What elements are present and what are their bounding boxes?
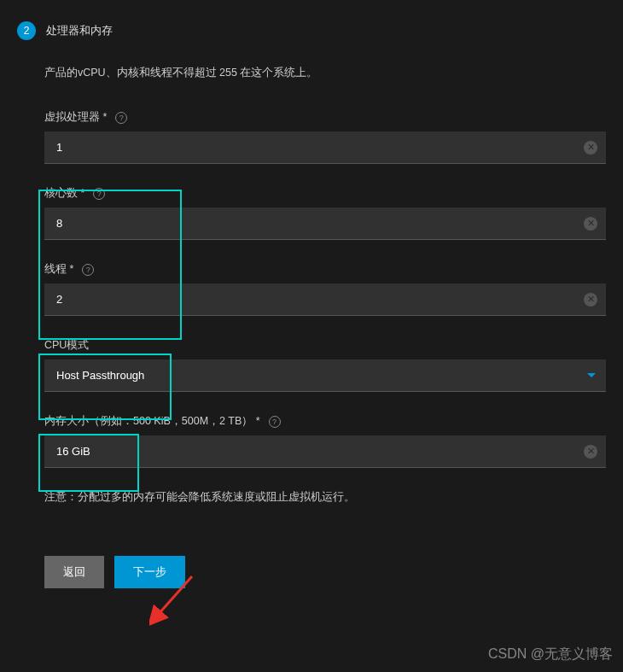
cpu-mode-select[interactable]: Host Passthrough [44, 359, 606, 392]
cores-label: 核心数 * [44, 186, 84, 201]
back-button[interactable]: 返回 [44, 556, 104, 588]
field-memory: 内存大小（例如：500 KiB，500M，2 TB） * ? ✕ [44, 414, 606, 468]
cpu-mode-label: CPU模式 [44, 338, 89, 353]
step-number-badge: 2 [17, 21, 36, 40]
memory-label: 内存大小（例如：500 KiB，500M，2 TB） * [44, 414, 260, 429]
cpu-mode-value: Host Passthrough [44, 359, 606, 391]
help-icon[interactable]: ? [93, 188, 105, 200]
button-row: 返回 下一步 [44, 556, 606, 588]
field-cpu-mode: CPU模式 Host Passthrough [44, 338, 606, 392]
field-threads: 线程 * ? ✕ [44, 262, 606, 316]
threads-input[interactable] [44, 283, 606, 315]
note-text: 注意：分配过多的内存可能会降低系统速度或阻止虚拟机运行。 [44, 490, 606, 505]
step-header: 2 处理器和内存 [0, 0, 623, 40]
threads-label: 线程 * [44, 262, 73, 277]
clear-icon[interactable]: ✕ [584, 293, 597, 307]
clear-icon[interactable]: ✕ [584, 445, 597, 459]
vcpu-input[interactable] [44, 131, 606, 163]
cores-input[interactable] [44, 207, 606, 239]
help-icon[interactable]: ? [82, 264, 94, 276]
field-cores: 核心数 * ? ✕ [44, 186, 606, 240]
step-title: 处理器和内存 [46, 23, 113, 38]
next-button[interactable]: 下一步 [114, 556, 185, 588]
help-icon[interactable]: ? [115, 112, 127, 124]
memory-input[interactable] [44, 435, 606, 467]
description-text: 产品的vCPU、内核和线程不得超过 255 在这个系统上。 [44, 66, 606, 80]
watermark-text: CSDN @无意义博客 [488, 646, 613, 663]
chevron-down-icon [587, 373, 596, 377]
clear-icon[interactable]: ✕ [584, 217, 597, 231]
form-content: 产品的vCPU、内核和线程不得超过 255 在这个系统上。 虚拟处理器 * ? … [0, 40, 623, 605]
help-icon[interactable]: ? [269, 416, 281, 428]
field-vcpu: 虚拟处理器 * ? ✕ [44, 110, 606, 164]
vcpu-label: 虚拟处理器 * [44, 110, 107, 125]
clear-icon[interactable]: ✕ [584, 141, 597, 155]
